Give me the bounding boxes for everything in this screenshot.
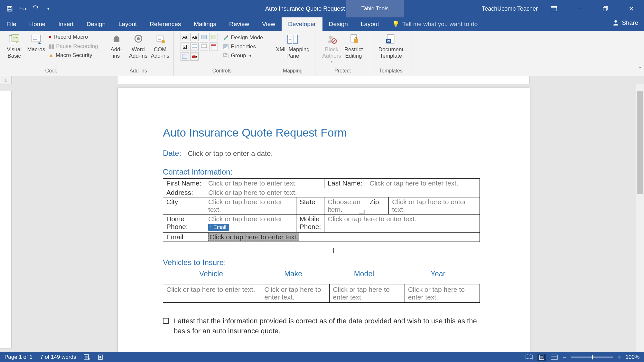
tab-home[interactable]: Home (23, 17, 52, 31)
make-cell[interactable]: Click or tap here to enter text. (261, 284, 330, 303)
tell-me-search[interactable]: 💡 Tell me what you want to do (392, 20, 478, 31)
state-control[interactable]: Choose an item. (324, 197, 366, 214)
word-addins-button[interactable]: Word Add-ins (129, 33, 148, 59)
undo-icon[interactable]: ▾ (19, 5, 26, 13)
address-label[interactable]: Address: (163, 188, 205, 197)
attest-text[interactable]: I attest that the information provided i… (174, 316, 485, 336)
tab-design[interactable]: Design (80, 17, 112, 31)
com-addins-button[interactable]: COM Add-ins (151, 33, 170, 59)
repeating-section-control-icon[interactable] (181, 52, 189, 61)
dropdown-arrow-icon[interactable] (359, 210, 365, 214)
model-cell[interactable]: Click or tap here to enter text. (330, 284, 405, 303)
addins-button[interactable]: Add- ins (107, 33, 126, 59)
col-make[interactable]: Make (259, 270, 327, 278)
macro-security-button[interactable]: ▲Macro Security (48, 51, 98, 60)
zoom-slider[interactable] (571, 357, 613, 358)
contact-info-heading[interactable]: Contact Information: (163, 167, 485, 176)
legacy-tools-icon[interactable]: 🧰▾ (190, 52, 199, 61)
address-control[interactable]: Click or tap here to enter text. (205, 188, 480, 197)
maximize-icon[interactable] (596, 0, 615, 17)
read-mode-icon[interactable] (525, 354, 533, 360)
combo-box-control-icon[interactable] (190, 43, 199, 51)
document-title[interactable]: Auto Insurance Quote Request Form (163, 126, 485, 139)
share-button[interactable]: Share (612, 19, 638, 26)
date-label[interactable]: Date: (163, 149, 181, 158)
xml-mapping-button[interactable]: XML Mapping Pane (276, 33, 309, 59)
tab-developer[interactable]: Developer (282, 17, 322, 31)
col-vehicle[interactable]: Vehicle (163, 270, 259, 278)
attestation-row[interactable]: I attest that the information provided i… (163, 316, 485, 336)
close-icon[interactable]: ✕ (621, 0, 641, 17)
tab-mailings[interactable]: Mailings (187, 17, 223, 31)
zoom-level[interactable]: 100% (626, 354, 639, 360)
tab-layout[interactable]: Layout (112, 17, 143, 31)
tab-references[interactable]: References (143, 17, 187, 31)
record-macro-button[interactable]: ●Record Macro (48, 33, 98, 41)
zoom-out-button[interactable]: − (563, 354, 566, 361)
document-area[interactable]: Auto Insurance Quote Request Form Date: … (12, 84, 636, 352)
block-authors-button[interactable]: Block Authors▾ (322, 33, 341, 63)
horizontal-ruler[interactable] (12, 76, 636, 84)
zip-label[interactable]: Zip: (366, 197, 389, 214)
city-label[interactable]: City (163, 197, 205, 214)
plain-text-control-icon[interactable]: Aa (190, 33, 199, 41)
document-page[interactable]: Auto Insurance Quote Request Form Date: … (118, 88, 530, 352)
mobile-phone-label[interactable]: Mobile Phone: (296, 214, 324, 233)
contact-info-table[interactable]: First Name: Click or tap here to enter t… (163, 178, 480, 242)
ribbon-display-options-icon[interactable] (544, 0, 564, 17)
tab-view[interactable]: View (256, 17, 282, 31)
mobile-phone-control[interactable]: Click or tap here to enter text. (324, 214, 480, 233)
spell-check-icon[interactable] (84, 354, 90, 360)
rich-text-control-icon[interactable]: Aa (181, 33, 189, 41)
state-label[interactable]: State (296, 197, 324, 214)
home-phone-label[interactable]: Home Phone: (163, 214, 205, 233)
qat-customize-icon[interactable]: ▾ (44, 5, 52, 13)
tab-insert[interactable]: Insert (52, 17, 80, 31)
tab-table-design[interactable]: Design (322, 17, 354, 31)
year-cell[interactable]: Click or tap here to enter text. (405, 284, 480, 303)
web-layout-icon[interactable] (550, 354, 558, 360)
home-phone-cell[interactable]: Click or tap here to enter Email (205, 214, 296, 233)
col-year[interactable]: Year (401, 270, 475, 278)
print-layout-icon[interactable] (537, 354, 546, 361)
last-name-control[interactable]: Click or tap here to enter text. (366, 179, 480, 188)
word-count[interactable]: 7 of 149 words (40, 354, 76, 360)
document-template-button[interactable]: WDocument Template (378, 33, 403, 59)
tab-table-layout[interactable]: Layout (354, 17, 386, 31)
email-content-control-tag[interactable]: Email (208, 224, 229, 231)
design-mode-button[interactable]: Design Mode (223, 33, 263, 42)
scrollbar-thumb[interactable] (637, 91, 643, 194)
first-name-control[interactable]: Click or tap here to enter text. (205, 179, 324, 188)
properties-button[interactable]: Properties (223, 43, 263, 51)
dropdown-control-icon[interactable] (200, 43, 208, 51)
minimize-icon[interactable]: ─ (570, 0, 589, 17)
user-name[interactable]: TeachUcomp Teacher (482, 5, 538, 12)
picture-control-icon[interactable] (200, 33, 208, 41)
checkbox-control-icon[interactable]: ☑ (181, 43, 189, 51)
vertical-scrollbar[interactable] (636, 84, 644, 352)
email-label[interactable]: Email: (163, 233, 205, 242)
email-control-selected[interactable]: Click or tap here to enter text. (208, 233, 299, 241)
vehicles-heading[interactable]: Vehicles to Insure: (163, 258, 485, 267)
zoom-in-button[interactable]: + (617, 354, 621, 361)
tab-review[interactable]: Review (223, 17, 256, 31)
col-model[interactable]: Model (327, 270, 401, 278)
group-controls-button[interactable]: Group▾ (223, 52, 263, 60)
zip-control[interactable]: Click or tap here to enter text. (389, 197, 480, 214)
date-content-control[interactable]: Click or tap to enter a date. (188, 149, 273, 158)
macro-recording-status-icon[interactable] (98, 354, 104, 360)
attest-checkbox[interactable] (163, 318, 169, 324)
first-name-label[interactable]: First Name: (163, 179, 205, 188)
ruler-corner[interactable]: L (0, 76, 12, 84)
building-block-control-icon[interactable] (210, 33, 218, 41)
collapse-ribbon-icon[interactable]: ˆ (639, 66, 641, 72)
macros-button[interactable]: Macros (26, 33, 46, 53)
last-name-label[interactable]: Last Name: (324, 179, 366, 188)
email-cell[interactable]: Click or tap here to enter text. (205, 233, 480, 242)
city-control[interactable]: Click or tap here to enter text. (205, 197, 296, 214)
restrict-editing-button[interactable]: Restrict Editing (344, 33, 363, 59)
redo-icon[interactable] (32, 5, 39, 13)
tab-file[interactable]: File (0, 17, 23, 31)
date-picker-control-icon[interactable] (210, 43, 218, 51)
vehicles-table[interactable]: Click or tap here to enter text. Click o… (163, 284, 480, 303)
